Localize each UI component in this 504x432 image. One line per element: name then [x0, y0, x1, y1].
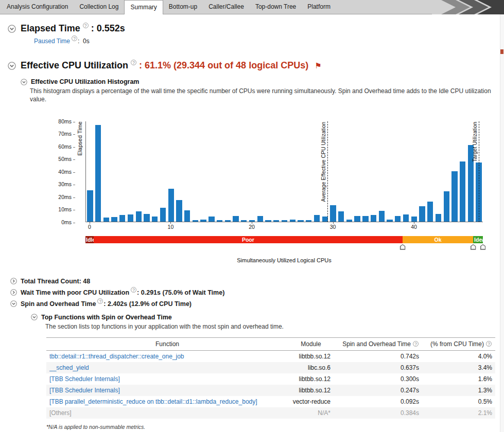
- histogram-bar: [95, 125, 101, 222]
- histogram-slot: [410, 121, 418, 222]
- histogram-bar: [176, 200, 182, 221]
- help-icon[interactable]: [72, 35, 77, 41]
- function-link[interactable]: __sched_yield: [49, 364, 89, 371]
- band-handle[interactable]: [400, 244, 406, 250]
- band-handle[interactable]: [471, 244, 476, 250]
- histogram-slot: [394, 121, 402, 222]
- histogram-slot: [232, 121, 240, 222]
- help-icon[interactable]: [131, 287, 136, 293]
- y-axis-labels: 80ms70ms60ms50ms40ms30ms20ms10ms0ms: [54, 121, 75, 222]
- histogram-bar: [322, 217, 328, 222]
- stat-value: 48: [83, 278, 90, 285]
- histogram-slot: [426, 121, 435, 222]
- utilization-band: IdlePoorOkIdeal: [85, 236, 483, 243]
- stat-total-thread-count: Total Thread Count: 48: [10, 278, 504, 285]
- band-handle[interactable]: [480, 244, 486, 250]
- time-cell: 0.742s: [334, 350, 422, 362]
- histogram-slot: [256, 121, 264, 222]
- function-link[interactable]: tbb::detail::r1::thread_dispatcher::crea…: [49, 353, 184, 360]
- histogram-slot: [94, 121, 102, 222]
- x-tick-label: 0: [88, 224, 91, 230]
- histogram-bar: [136, 211, 142, 222]
- help-icon[interactable]: [413, 341, 419, 347]
- histogram-bar: [403, 214, 409, 221]
- histogram-bar: [241, 220, 247, 221]
- cpu-utilization-section-header: Effective CPU Utilization : 61.1% (29.34…: [8, 60, 504, 71]
- band-segment-ideal: Ideal: [473, 236, 483, 243]
- histogram-bar: [290, 220, 296, 222]
- histogram-slot: [183, 121, 192, 222]
- tab-summary[interactable]: Summary: [124, 0, 163, 14]
- tab-bar: Analysis Configuration Collection Log Su…: [0, 0, 504, 14]
- collapse-icon[interactable]: [8, 62, 16, 70]
- function-link[interactable]: [TBB Scheduler Internals]: [49, 387, 120, 394]
- module-cell: libc.so.6: [288, 362, 334, 373]
- y-tick-label: 70ms: [58, 131, 75, 137]
- table-row[interactable]: [TBB parallel_deterministic_reduce on tb…: [46, 396, 495, 407]
- function-link[interactable]: [TBB parallel_deterministic_reduce on tb…: [49, 398, 257, 405]
- x-tick-label: 30: [330, 224, 336, 230]
- tab-bottom-up[interactable]: Bottom-up: [163, 0, 203, 14]
- tab-caller-callee[interactable]: Caller/Callee: [203, 0, 250, 14]
- tab-platform[interactable]: Platform: [302, 0, 336, 14]
- paused-time-link[interactable]: Paused Time: [34, 38, 70, 45]
- tab-collection-log[interactable]: Collection Log: [74, 0, 124, 14]
- module-cell: libtbb.so.12: [288, 385, 334, 396]
- column-header-module[interactable]: Module: [288, 337, 334, 350]
- collapse-icon[interactable]: [21, 79, 27, 85]
- collapse-icon[interactable]: [10, 300, 17, 307]
- table-row[interactable]: [TBB Scheduler Internals] libtbb.so.12 0…: [46, 385, 495, 396]
- histogram-bar: [395, 216, 401, 222]
- function-link[interactable]: [TBB Scheduler Internals]: [49, 375, 120, 383]
- help-icon[interactable]: [97, 298, 103, 304]
- histogram-bar: [193, 220, 198, 221]
- collapse-icon[interactable]: [31, 314, 38, 320]
- histogram-bar: [338, 211, 344, 222]
- avg-line[interactable]: Average Effective CPU Utilization: [327, 121, 328, 222]
- pct-cell: 1.6%: [422, 373, 495, 385]
- tab-analysis-configuration[interactable]: Analysis Configuration: [1, 0, 74, 14]
- help-icon[interactable]: [83, 23, 89, 28]
- histogram-slot: [370, 121, 378, 222]
- table-row[interactable]: tbb::detail::r1::thread_dispatcher::crea…: [46, 350, 495, 362]
- stat-value: 0.291s (75.0% of Wait Time): [141, 289, 225, 296]
- histogram-slot: [418, 121, 426, 222]
- pct-cell: 2.1%: [422, 407, 495, 419]
- scrollbar-track[interactable]: [500, 14, 504, 432]
- histogram-slot: [459, 121, 467, 222]
- column-header-function[interactable]: Function: [46, 337, 288, 350]
- scrollbar-issue-marker[interactable]: [500, 49, 503, 54]
- stat-wait-time: Wait Time with poor CPU Utilization: 0.2…: [10, 289, 504, 296]
- target-line[interactable]: Target Utilization: [479, 121, 479, 222]
- histogram-slot: [207, 121, 216, 222]
- column-header-pct[interactable]: (% from CPU Time): [422, 337, 495, 350]
- help-icon[interactable]: [131, 60, 136, 65]
- histogram-slot: [361, 121, 370, 222]
- histogram-slot: [175, 121, 183, 222]
- histogram-bar: [128, 214, 133, 221]
- help-icon[interactable]: [486, 341, 492, 347]
- stat-spin-overhead-time: Spin and Overhead Time: 2.402s (12.9% of…: [10, 300, 504, 308]
- tab-top-down-tree[interactable]: Top-down Tree: [250, 0, 302, 14]
- expand-icon[interactable]: [10, 278, 17, 284]
- function-cell: [Others]: [46, 407, 288, 419]
- table-row-others: [Others] N/A* 0.384s 2.1%: [46, 407, 495, 419]
- x-tick-label: 20: [249, 224, 255, 230]
- histogram-section-header: Effective CPU Utilization Histogram: [21, 78, 504, 85]
- paused-time-value: 0s: [83, 38, 90, 45]
- histogram-bar: [436, 214, 441, 222]
- y-tick-label: 0ms: [61, 219, 75, 225]
- collapse-icon[interactable]: [8, 25, 16, 33]
- table-row[interactable]: [TBB Scheduler Internals] libtbb.so.12 0…: [46, 373, 495, 385]
- band-segment-ok: Ok: [403, 236, 473, 243]
- histogram-slot: [442, 121, 450, 222]
- column-header-time[interactable]: Spin and Overhead Time: [334, 337, 422, 350]
- histogram-slot: [281, 121, 289, 222]
- expand-icon[interactable]: [10, 289, 17, 296]
- histogram-bar: [200, 220, 206, 222]
- histogram-bar: [387, 220, 392, 222]
- histogram-bar: [419, 206, 425, 221]
- table-row[interactable]: __sched_yield libc.so.6 0.637s 3.4%: [46, 362, 495, 373]
- stat-label: Spin and Overhead Time: 2.402s (12.9% of…: [21, 300, 192, 308]
- time-cell: 0.300s: [334, 373, 422, 385]
